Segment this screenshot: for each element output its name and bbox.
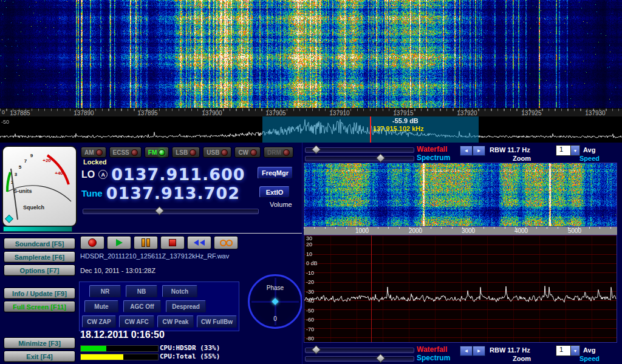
spectrum-gain-handle-bottom[interactable] (376, 354, 386, 363)
frequency-ruler[interactable]: 137885 137890 137895 137900 137905 13791… (0, 108, 622, 117)
waterfall-contrast-handle[interactable] (312, 145, 321, 155)
tune-marker-line (370, 116, 371, 143)
main-waterfall-display[interactable] (0, 0, 622, 108)
play-button[interactable] (107, 236, 131, 249)
spectrum-label-top: Spectrum (417, 153, 450, 162)
zoom-waterfall-display[interactable] (304, 163, 617, 226)
strip-axis-50: -50 (1, 119, 9, 125)
play-icon (116, 239, 123, 246)
freqmgr-button[interactable]: FreqMgr (258, 167, 293, 179)
fullscreen-button[interactable]: Full Screen [F11] (4, 301, 75, 312)
lo-frequency-digits[interactable]: 0137.911.600 (111, 165, 245, 184)
audio-frequency-ruler[interactable]: 1000 2000 3000 4000 5000 (304, 227, 617, 235)
tune-frequency-row: Tune 0137.913.702 (81, 184, 240, 203)
mute-button[interactable]: Mute (84, 300, 118, 312)
phase-indicator[interactable]: Phase 0 (248, 274, 302, 329)
playback-controls (80, 236, 238, 249)
options-button[interactable]: Options [F7] (4, 265, 75, 276)
mode-cw-button[interactable]: CW (234, 147, 261, 158)
rbw-readout-bottom: RBW 11.7 Hz (490, 346, 530, 354)
cw-afc-button[interactable]: CW AFC (119, 315, 154, 328)
mode-drm-button[interactable]: DRM (264, 147, 293, 158)
ruler2-tick: 2000 (409, 228, 422, 234)
zoom-in-button-bottom[interactable]: ► (473, 346, 485, 356)
notch-button[interactable]: Notch (162, 285, 197, 297)
db-axis-label: -60 (306, 317, 314, 323)
dropdown-arrow-icon[interactable]: ▼ (570, 146, 579, 155)
zoom-spectrum-display[interactable] (304, 235, 617, 342)
avg-label-top: Avg (583, 146, 595, 153)
waterfall-contrast-slider[interactable] (305, 147, 414, 153)
samplerate-button[interactable]: Samplerate [F6] (4, 251, 75, 263)
zoom-spectrum-frame: 30 20 10 0 dB -10 -20 -30 -40 -50 -60 -7… (304, 235, 617, 343)
db-axis-label: -30 (306, 289, 314, 295)
cpu-hdsdr-bar (80, 345, 159, 352)
db-axis-label: -20 (306, 279, 314, 285)
s-meter-title: S-units (13, 188, 32, 194)
mode-usb-button[interactable]: USB (203, 147, 231, 158)
date-time-clock: 18.12.2011 0:16:50 (80, 329, 165, 340)
pause-button[interactable] (134, 236, 158, 249)
spectrum-label-bottom: Spectrum (417, 354, 450, 362)
zoom-label-bottom: Zoom (513, 355, 531, 362)
mode-am-led (96, 149, 103, 156)
zoom-in-button[interactable]: ► (473, 146, 485, 156)
separator-line (0, 233, 302, 234)
mode-fm-button[interactable]: FM (145, 147, 169, 158)
mode-am-button[interactable]: AM (81, 147, 106, 158)
lock-a-badge[interactable]: A (98, 170, 108, 179)
info-update-button[interactable]: Info / Update [F9] (4, 288, 75, 299)
despread-button[interactable]: Despread (166, 300, 206, 312)
cw-fullbw-button[interactable]: CW FullBw (197, 315, 237, 328)
cw-zap-button[interactable]: CW ZAP (82, 315, 116, 328)
loop-button[interactable] (214, 236, 238, 249)
spectrum-gain-handle[interactable] (376, 153, 386, 163)
agc-off-button[interactable]: AGC Off (123, 300, 161, 312)
db-axis-label: -70 (306, 326, 314, 332)
nb-button[interactable]: NB (126, 285, 157, 297)
mode-usb-led (221, 149, 228, 156)
db-axis-label: 0 dB (306, 260, 318, 266)
mini-spectrum-panel[interactable] (0, 116, 622, 143)
rewind-button[interactable] (187, 236, 211, 249)
stop-icon (169, 239, 176, 246)
minimize-button[interactable]: Minimize [F3] (4, 337, 75, 349)
spectrum-gain-slider[interactable] (305, 156, 414, 161)
ruler-tick: 137895 (137, 110, 157, 116)
lo-frequency-row: LO A 0137.911.600 (81, 165, 245, 184)
mode-ecss-button[interactable]: ECSS (109, 147, 142, 158)
extio-button[interactable]: ExtIO (259, 186, 290, 198)
volume-slider[interactable] (83, 209, 259, 214)
avg-select-top[interactable]: 1▼ (556, 145, 580, 156)
zoom-out-button-bottom[interactable]: ◄ (460, 346, 473, 356)
record-icon (88, 238, 97, 247)
waterfall-label-bottom: Waterfall (417, 345, 447, 354)
squelch-level-bar[interactable] (3, 226, 72, 232)
exit-button[interactable]: Exit [F4] (4, 351, 75, 362)
nr-button[interactable]: NR (89, 285, 121, 297)
stop-button[interactable] (160, 236, 185, 249)
ruler-tick: 137910 (329, 110, 349, 116)
squelch-handle (5, 215, 13, 223)
svg-text:7: 7 (24, 158, 27, 164)
waterfall-contrast-slider-bottom[interactable] (305, 348, 414, 353)
waterfall-contrast-handle-bottom[interactable] (312, 345, 321, 355)
dropdown-arrow-icon-bottom[interactable]: ▼ (570, 346, 579, 356)
zoom-out-button[interactable]: ◄ (460, 146, 473, 156)
avg-select-bottom[interactable]: 1▼ (556, 345, 580, 356)
spectrum-gain-slider-bottom[interactable] (305, 356, 414, 362)
tune-frequency-digits[interactable]: 0137.913.702 (106, 184, 240, 203)
record-button[interactable] (80, 236, 104, 249)
cpu-total-fill (81, 354, 123, 360)
cw-peak-button[interactable]: CW Peak (157, 315, 194, 328)
loop-icon (220, 240, 227, 246)
lo-label: LO (81, 169, 95, 180)
mode-lsb-button[interactable]: LSB (172, 147, 200, 158)
svg-text:5: 5 (19, 164, 22, 170)
ruler-tick: 137885 (10, 110, 30, 116)
ruler-tick: 137890 (73, 110, 94, 116)
volume-slider-handle[interactable] (155, 206, 165, 216)
s-meter-gauge: 1 3 5 7 9 +20 +40 S-units Squelch (3, 147, 73, 223)
soundcard-button[interactable]: Soundcard [F5] (4, 238, 75, 249)
zoom-spinner-bottom: ◄► (460, 346, 485, 356)
